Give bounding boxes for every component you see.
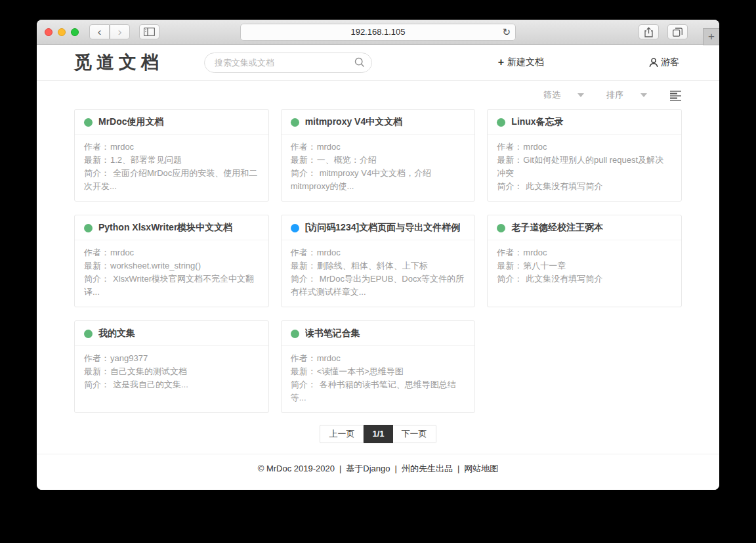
search-icon[interactable]	[354, 57, 365, 68]
author-value: mrdoc	[523, 248, 547, 257]
url-text: 192.168.1.105	[350, 27, 405, 37]
latest-doc-link[interactable]: worksheet.write_string()	[110, 261, 201, 271]
forward-icon: ›	[118, 26, 122, 37]
traffic-lights	[45, 28, 79, 36]
collection-card[interactable]: MrDoc使用文档 作者：mrdoc 最新：1.2、部署常见问题 简介：全面介绍…	[74, 109, 269, 202]
intro-label: 简介：	[497, 181, 522, 191]
intro-value: 此文集没有填写简介	[526, 274, 602, 284]
latest-label: 最新：	[291, 155, 316, 165]
chevron-down-icon	[578, 93, 584, 97]
author-value: mrdoc	[317, 353, 341, 363]
reload-icon[interactable]: ↻	[502, 26, 511, 38]
author-label: 作者：	[497, 248, 522, 257]
collection-card[interactable]: 读书笔记合集 作者：mrdoc 最新：<读懂一本书>思维导图 简介：各种书籍的读…	[281, 320, 476, 413]
status-dot-icon	[497, 118, 505, 127]
latest-doc-link[interactable]: <读懂一本书>思维导图	[317, 366, 404, 376]
share-button[interactable]	[639, 24, 659, 39]
tab-overview-button[interactable]	[667, 24, 688, 39]
browser-window: ‹ › 192.168.1.105 ↻	[37, 20, 719, 490]
footer-separator: |	[395, 464, 397, 473]
sidebar-toggle-button[interactable]	[139, 24, 159, 39]
collection-grid: MrDoc使用文档 作者：mrdoc 最新：1.2、部署常见问题 简介：全面介绍…	[74, 109, 682, 413]
intro-label: 简介：	[84, 274, 110, 284]
tabs-icon	[673, 28, 682, 37]
close-window-button[interactable]	[45, 28, 52, 36]
new-tab-button[interactable]: +	[703, 28, 719, 45]
next-page-button[interactable]: 下一页	[393, 425, 436, 443]
collection-title[interactable]: mitmproxy V4中文文档	[305, 116, 403, 128]
latest-doc-link[interactable]: 1.2、部署常见问题	[110, 155, 182, 165]
search-box	[204, 53, 372, 73]
footer-link-sitemap[interactable]: 网站地图	[464, 464, 498, 473]
collection-card[interactable]: 老子道德经校注王弼本 作者：mrdoc 最新：第八十一章 简介：此文集没有填写简…	[487, 215, 682, 307]
plus-icon: +	[708, 30, 715, 43]
filter-toolbar: 筛选 排序	[37, 81, 719, 101]
latest-label: 最新：	[497, 155, 522, 165]
intro-label: 简介：	[291, 274, 316, 284]
copyright-text: © MrDoc 2019-2020	[258, 464, 335, 473]
latest-doc-link[interactable]: 删除线、粗体、斜体、上下标	[317, 261, 428, 271]
filter-dropdown[interactable]: 筛选	[543, 89, 584, 101]
sort-label: 排序	[606, 89, 623, 101]
author-label: 作者：	[291, 248, 316, 257]
list-view-icon[interactable]	[669, 90, 682, 101]
sort-dropdown[interactable]: 排序	[606, 89, 647, 101]
intro-label: 简介：	[497, 274, 522, 284]
latest-doc-link[interactable]: 自己文集的测试文档	[110, 366, 187, 376]
collection-title[interactable]: MrDoc使用文档	[98, 116, 164, 128]
new-document-button[interactable]: + 新建文档	[498, 56, 544, 68]
share-icon	[644, 27, 653, 37]
collection-card[interactable]: mitmproxy V4中文文档 作者：mrdoc 最新：一、概览：介绍 简介：…	[281, 109, 476, 202]
author-value: mrdoc	[110, 248, 134, 257]
collection-card[interactable]: Linux备忘录 作者：mrdoc 最新：Git如何处理别人的pull requ…	[487, 109, 682, 202]
back-button[interactable]: ‹	[89, 24, 110, 39]
user-menu[interactable]: 游客	[649, 56, 679, 68]
search-input[interactable]	[204, 53, 372, 73]
status-dot-icon	[84, 224, 93, 232]
collection-title[interactable]: 我的文集	[98, 328, 135, 339]
chevron-down-icon	[640, 93, 647, 97]
footer-separator: |	[339, 464, 341, 473]
intro-label: 简介：	[84, 380, 110, 389]
latest-label: 最新：	[84, 155, 110, 165]
latest-doc-link[interactable]: 第八十一章	[523, 261, 566, 271]
footer-link-django[interactable]: 基于Django	[346, 464, 390, 473]
back-icon: ‹	[98, 26, 102, 37]
latest-label: 最新：	[497, 261, 522, 271]
address-bar[interactable]: 192.168.1.105 ↻	[240, 24, 516, 41]
status-dot-icon	[84, 118, 93, 127]
collection-title[interactable]: [访问码1234]文档页面与导出文件样例	[305, 222, 460, 234]
latest-label: 最新：	[291, 366, 316, 376]
status-dot-icon	[497, 224, 505, 232]
intro-value: 全面介绍MrDoc应用的安装、使用和二次开发...	[84, 168, 257, 191]
collection-card[interactable]: [访问码1234]文档页面与导出文件样例 作者：mrdoc 最新：删除线、粗体、…	[281, 215, 476, 307]
author-label: 作者：	[291, 353, 316, 363]
collection-title[interactable]: Python XlsxWriter模块中文文档	[98, 222, 232, 234]
footer-separator: |	[457, 464, 459, 473]
sidebar-icon	[144, 28, 155, 36]
collection-card[interactable]: 我的文集 作者：yang9377 最新：自己文集的测试文档 简介：这是我自己的文…	[74, 320, 269, 413]
user-icon	[649, 58, 658, 68]
latest-label: 最新：	[84, 366, 110, 376]
latest-doc-link[interactable]: 一、概览：介绍	[317, 155, 377, 165]
status-dot-icon	[291, 118, 299, 127]
plus-icon: +	[498, 56, 504, 68]
intro-label: 简介：	[84, 168, 110, 178]
site-header: 觅道文档 + 新建文档 游客	[37, 45, 719, 81]
current-page-indicator: 1/1	[364, 425, 392, 443]
prev-page-button[interactable]: 上一页	[320, 425, 364, 443]
collection-card[interactable]: Python XlsxWriter模块中文文档 作者：mrdoc 最新：work…	[74, 215, 269, 307]
status-dot-icon	[291, 224, 299, 232]
forward-button[interactable]: ›	[110, 24, 130, 39]
minimize-window-button[interactable]	[58, 28, 66, 36]
collection-title[interactable]: 老子道德经校注王弼本	[511, 222, 603, 234]
author-value: mrdoc	[317, 142, 341, 152]
site-footer: © MrDoc 2019-2020|基于Django|州的先生出品|网站地图	[37, 454, 719, 475]
zoom-window-button[interactable]	[71, 28, 79, 36]
pagination: 上一页 1/1 下一页	[320, 425, 436, 443]
status-dot-icon	[84, 330, 93, 338]
collection-title[interactable]: 读书笔记合集	[305, 328, 360, 339]
footer-link-author[interactable]: 州的先生出品	[402, 464, 453, 473]
collection-title[interactable]: Linux备忘录	[511, 116, 563, 128]
site-logo[interactable]: 觅道文档	[74, 51, 163, 74]
